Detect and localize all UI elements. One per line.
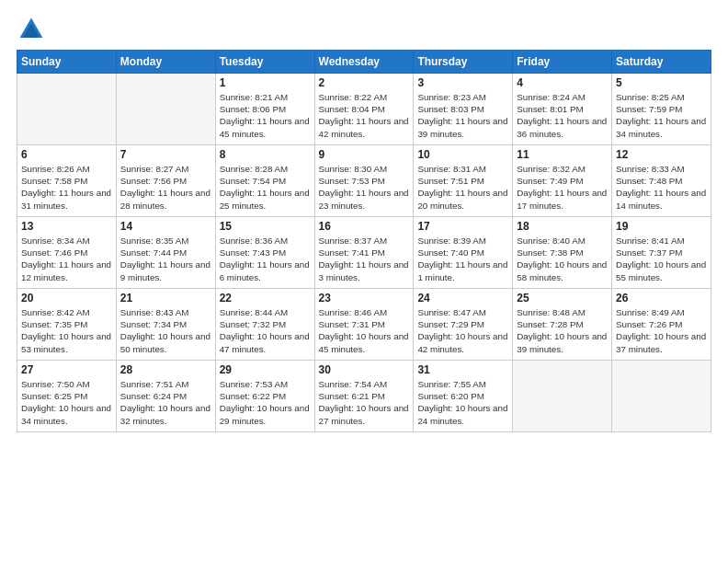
day-number: 19 xyxy=(616,220,707,233)
calendar-cell: 19Sunrise: 8:41 AM Sunset: 7:37 PM Dayli… xyxy=(612,217,711,289)
day-info: Sunrise: 8:49 AM Sunset: 7:26 PM Dayligh… xyxy=(616,306,707,355)
week-row-4: 20Sunrise: 8:42 AM Sunset: 7:35 PM Dayli… xyxy=(17,289,711,361)
day-info: Sunrise: 8:37 AM Sunset: 7:41 PM Dayligh… xyxy=(319,235,410,283)
weekday-header-wednesday: Wednesday xyxy=(314,51,414,74)
day-info: Sunrise: 7:51 AM Sunset: 6:24 PM Dayligh… xyxy=(120,378,211,427)
calendar-cell: 2Sunrise: 8:22 AM Sunset: 8:04 PM Daylig… xyxy=(314,74,414,145)
day-number: 11 xyxy=(517,148,608,161)
day-info: Sunrise: 7:55 AM Sunset: 6:20 PM Dayligh… xyxy=(417,378,508,427)
week-row-2: 6Sunrise: 8:26 AM Sunset: 7:58 PM Daylig… xyxy=(17,145,711,217)
day-number: 21 xyxy=(120,292,211,304)
calendar-cell: 4Sunrise: 8:24 AM Sunset: 8:01 PM Daylig… xyxy=(513,74,612,145)
day-number: 27 xyxy=(21,363,112,376)
calendar-cell: 15Sunrise: 8:36 AM Sunset: 7:43 PM Dayli… xyxy=(215,217,314,289)
day-info: Sunrise: 7:53 AM Sunset: 6:22 PM Dayligh… xyxy=(220,378,311,427)
weekday-header-thursday: Thursday xyxy=(414,51,513,74)
weekday-header-tuesday: Tuesday xyxy=(215,51,314,74)
day-info: Sunrise: 8:27 AM Sunset: 7:56 PM Dayligh… xyxy=(120,163,211,212)
calendar-cell: 3Sunrise: 8:23 AM Sunset: 8:03 PM Daylig… xyxy=(414,74,513,145)
day-info: Sunrise: 8:43 AM Sunset: 7:34 PM Dayligh… xyxy=(120,306,211,355)
day-info: Sunrise: 8:41 AM Sunset: 7:37 PM Dayligh… xyxy=(616,235,707,283)
calendar-cell: 31Sunrise: 7:55 AM Sunset: 6:20 PM Dayli… xyxy=(414,361,513,432)
calendar-cell xyxy=(116,74,215,145)
calendar-cell xyxy=(612,361,711,432)
calendar-cell: 21Sunrise: 8:43 AM Sunset: 7:34 PM Dayli… xyxy=(116,289,215,361)
day-number: 7 xyxy=(120,148,211,161)
calendar-cell: 27Sunrise: 7:50 AM Sunset: 6:25 PM Dayli… xyxy=(17,361,117,432)
day-number: 6 xyxy=(21,148,112,161)
calendar-cell: 29Sunrise: 7:53 AM Sunset: 6:22 PM Dayli… xyxy=(215,361,314,432)
day-info: Sunrise: 8:40 AM Sunset: 7:38 PM Dayligh… xyxy=(517,235,608,283)
day-number: 10 xyxy=(417,148,508,161)
day-info: Sunrise: 8:34 AM Sunset: 7:46 PM Dayligh… xyxy=(21,235,112,283)
day-info: Sunrise: 8:36 AM Sunset: 7:43 PM Dayligh… xyxy=(220,235,311,283)
calendar-table: SundayMondayTuesdayWednesdayThursdayFrid… xyxy=(17,50,711,432)
calendar-cell: 18Sunrise: 8:40 AM Sunset: 7:38 PM Dayli… xyxy=(513,217,612,289)
day-number: 23 xyxy=(319,292,410,304)
day-info: Sunrise: 8:24 AM Sunset: 8:01 PM Dayligh… xyxy=(517,91,608,140)
day-number: 31 xyxy=(417,363,508,376)
day-info: Sunrise: 8:48 AM Sunset: 7:28 PM Dayligh… xyxy=(517,306,608,355)
weekday-header-saturday: Saturday xyxy=(612,51,711,74)
day-number: 4 xyxy=(517,76,608,89)
calendar-cell: 10Sunrise: 8:31 AM Sunset: 7:51 PM Dayli… xyxy=(414,145,513,217)
calendar-cell: 8Sunrise: 8:28 AM Sunset: 7:54 PM Daylig… xyxy=(215,145,314,217)
calendar-cell: 25Sunrise: 8:48 AM Sunset: 7:28 PM Dayli… xyxy=(513,289,612,361)
week-row-3: 13Sunrise: 8:34 AM Sunset: 7:46 PM Dayli… xyxy=(17,217,711,289)
day-info: Sunrise: 8:23 AM Sunset: 8:03 PM Dayligh… xyxy=(417,91,508,140)
calendar-cell xyxy=(513,361,612,432)
calendar-cell xyxy=(17,74,117,145)
week-row-5: 27Sunrise: 7:50 AM Sunset: 6:25 PM Dayli… xyxy=(17,361,711,432)
calendar-cell: 11Sunrise: 8:32 AM Sunset: 7:49 PM Dayli… xyxy=(513,145,612,217)
day-number: 1 xyxy=(220,76,311,89)
weekday-header-row: SundayMondayTuesdayWednesdayThursdayFrid… xyxy=(17,51,711,74)
day-number: 16 xyxy=(319,220,410,233)
day-number: 15 xyxy=(220,220,311,233)
day-number: 13 xyxy=(21,220,112,233)
calendar-cell: 17Sunrise: 8:39 AM Sunset: 7:40 PM Dayli… xyxy=(414,217,513,289)
day-number: 24 xyxy=(417,292,508,304)
calendar-cell: 20Sunrise: 8:42 AM Sunset: 7:35 PM Dayli… xyxy=(17,289,117,361)
page: SundayMondayTuesdayWednesdayThursdayFrid… xyxy=(0,0,728,443)
day-number: 3 xyxy=(417,76,508,89)
day-number: 5 xyxy=(616,76,707,89)
day-number: 26 xyxy=(616,292,707,304)
calendar-cell: 28Sunrise: 7:51 AM Sunset: 6:24 PM Dayli… xyxy=(116,361,215,432)
calendar-cell: 30Sunrise: 7:54 AM Sunset: 6:21 PM Dayli… xyxy=(314,361,414,432)
day-number: 29 xyxy=(220,363,311,376)
day-info: Sunrise: 7:50 AM Sunset: 6:25 PM Dayligh… xyxy=(21,378,112,427)
day-info: Sunrise: 8:42 AM Sunset: 7:35 PM Dayligh… xyxy=(21,306,112,355)
calendar-cell: 9Sunrise: 8:30 AM Sunset: 7:53 PM Daylig… xyxy=(314,145,414,217)
day-info: Sunrise: 8:25 AM Sunset: 7:59 PM Dayligh… xyxy=(616,91,707,140)
day-number: 2 xyxy=(319,76,410,89)
day-info: Sunrise: 8:26 AM Sunset: 7:58 PM Dayligh… xyxy=(21,163,112,212)
day-info: Sunrise: 8:30 AM Sunset: 7:53 PM Dayligh… xyxy=(319,163,410,212)
day-number: 22 xyxy=(220,292,311,304)
calendar-cell: 1Sunrise: 8:21 AM Sunset: 8:06 PM Daylig… xyxy=(215,74,314,145)
day-number: 9 xyxy=(319,148,410,161)
day-number: 25 xyxy=(517,292,608,304)
day-number: 20 xyxy=(21,292,112,304)
day-number: 18 xyxy=(517,220,608,233)
day-number: 8 xyxy=(220,148,311,161)
day-number: 30 xyxy=(319,363,410,376)
day-info: Sunrise: 8:28 AM Sunset: 7:54 PM Dayligh… xyxy=(220,163,311,212)
day-number: 14 xyxy=(120,220,211,233)
calendar-cell: 22Sunrise: 8:44 AM Sunset: 7:32 PM Dayli… xyxy=(215,289,314,361)
day-info: Sunrise: 8:22 AM Sunset: 8:04 PM Dayligh… xyxy=(319,91,410,140)
day-info: Sunrise: 8:31 AM Sunset: 7:51 PM Dayligh… xyxy=(417,163,508,212)
day-info: Sunrise: 8:47 AM Sunset: 7:29 PM Dayligh… xyxy=(417,306,508,355)
logo xyxy=(17,15,51,44)
weekday-header-friday: Friday xyxy=(513,51,612,74)
calendar-cell: 26Sunrise: 8:49 AM Sunset: 7:26 PM Dayli… xyxy=(612,289,711,361)
day-info: Sunrise: 8:46 AM Sunset: 7:31 PM Dayligh… xyxy=(319,306,410,355)
day-number: 17 xyxy=(417,220,508,233)
day-info: Sunrise: 8:39 AM Sunset: 7:40 PM Dayligh… xyxy=(417,235,508,283)
weekday-header-monday: Monday xyxy=(116,51,215,74)
week-row-1: 1Sunrise: 8:21 AM Sunset: 8:06 PM Daylig… xyxy=(17,74,711,145)
calendar-cell: 14Sunrise: 8:35 AM Sunset: 7:44 PM Dayli… xyxy=(116,217,215,289)
day-info: Sunrise: 8:32 AM Sunset: 7:49 PM Dayligh… xyxy=(517,163,608,212)
calendar-cell: 12Sunrise: 8:33 AM Sunset: 7:48 PM Dayli… xyxy=(612,145,711,217)
day-info: Sunrise: 7:54 AM Sunset: 6:21 PM Dayligh… xyxy=(319,378,410,427)
day-info: Sunrise: 8:21 AM Sunset: 8:06 PM Dayligh… xyxy=(220,91,311,140)
